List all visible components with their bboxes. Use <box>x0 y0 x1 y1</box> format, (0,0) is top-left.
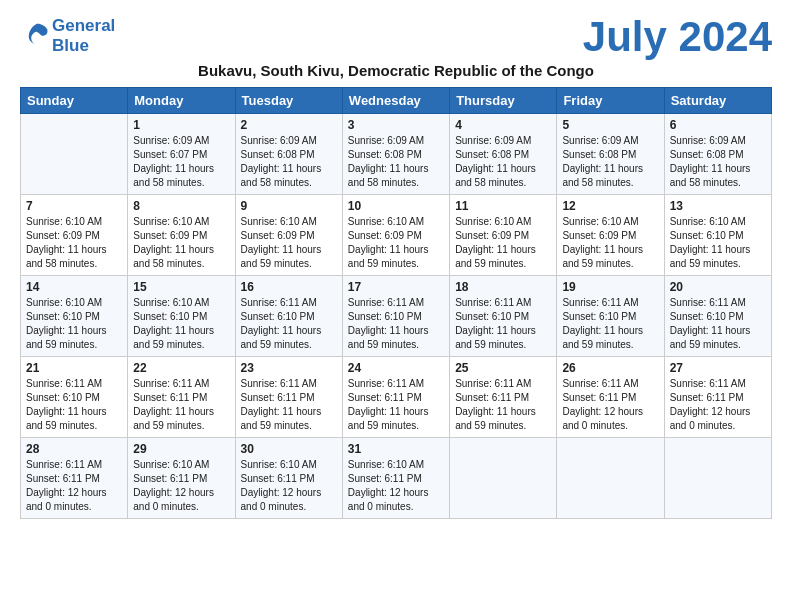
calendar-cell: 29Sunrise: 6:10 AM Sunset: 6:11 PM Dayli… <box>128 438 235 519</box>
day-info: Sunrise: 6:11 AM Sunset: 6:10 PM Dayligh… <box>26 377 122 433</box>
calendar-cell: 15Sunrise: 6:10 AM Sunset: 6:10 PM Dayli… <box>128 276 235 357</box>
day-number: 9 <box>241 199 337 213</box>
day-info: Sunrise: 6:09 AM Sunset: 6:08 PM Dayligh… <box>241 134 337 190</box>
day-info: Sunrise: 6:09 AM Sunset: 6:08 PM Dayligh… <box>670 134 766 190</box>
day-info: Sunrise: 6:10 AM Sunset: 6:09 PM Dayligh… <box>348 215 444 271</box>
calendar-cell: 7Sunrise: 6:10 AM Sunset: 6:09 PM Daylig… <box>21 195 128 276</box>
day-number: 14 <box>26 280 122 294</box>
calendar-cell: 10Sunrise: 6:10 AM Sunset: 6:09 PM Dayli… <box>342 195 449 276</box>
calendar-cell: 18Sunrise: 6:11 AM Sunset: 6:10 PM Dayli… <box>450 276 557 357</box>
logo-bird-icon <box>22 20 50 48</box>
calendar-cell: 22Sunrise: 6:11 AM Sunset: 6:11 PM Dayli… <box>128 357 235 438</box>
day-info: Sunrise: 6:11 AM Sunset: 6:10 PM Dayligh… <box>562 296 658 352</box>
calendar-header-row: SundayMondayTuesdayWednesdayThursdayFrid… <box>21 88 772 114</box>
calendar-week-row: 28Sunrise: 6:11 AM Sunset: 6:11 PM Dayli… <box>21 438 772 519</box>
day-number: 23 <box>241 361 337 375</box>
day-info: Sunrise: 6:10 AM Sunset: 6:09 PM Dayligh… <box>26 215 122 271</box>
calendar-cell <box>21 114 128 195</box>
day-info: Sunrise: 6:10 AM Sunset: 6:10 PM Dayligh… <box>133 296 229 352</box>
calendar-cell: 16Sunrise: 6:11 AM Sunset: 6:10 PM Dayli… <box>235 276 342 357</box>
day-number: 29 <box>133 442 229 456</box>
calendar-cell <box>557 438 664 519</box>
day-info: Sunrise: 6:10 AM Sunset: 6:10 PM Dayligh… <box>26 296 122 352</box>
day-number: 16 <box>241 280 337 294</box>
day-number: 24 <box>348 361 444 375</box>
day-info: Sunrise: 6:11 AM Sunset: 6:10 PM Dayligh… <box>455 296 551 352</box>
calendar-cell: 2Sunrise: 6:09 AM Sunset: 6:08 PM Daylig… <box>235 114 342 195</box>
calendar-cell <box>664 438 771 519</box>
day-info: Sunrise: 6:11 AM Sunset: 6:11 PM Dayligh… <box>26 458 122 514</box>
day-number: 25 <box>455 361 551 375</box>
day-number: 19 <box>562 280 658 294</box>
day-info: Sunrise: 6:10 AM Sunset: 6:09 PM Dayligh… <box>241 215 337 271</box>
column-header-sunday: Sunday <box>21 88 128 114</box>
day-info: Sunrise: 6:10 AM Sunset: 6:10 PM Dayligh… <box>670 215 766 271</box>
day-number: 17 <box>348 280 444 294</box>
day-number: 20 <box>670 280 766 294</box>
day-number: 22 <box>133 361 229 375</box>
calendar-cell: 17Sunrise: 6:11 AM Sunset: 6:10 PM Dayli… <box>342 276 449 357</box>
day-number: 10 <box>348 199 444 213</box>
calendar-week-row: 1Sunrise: 6:09 AM Sunset: 6:07 PM Daylig… <box>21 114 772 195</box>
day-number: 6 <box>670 118 766 132</box>
page-subtitle: Bukavu, South Kivu, Democratic Republic … <box>20 62 772 79</box>
day-info: Sunrise: 6:10 AM Sunset: 6:11 PM Dayligh… <box>133 458 229 514</box>
logo-text: General Blue <box>52 16 115 55</box>
day-info: Sunrise: 6:11 AM Sunset: 6:10 PM Dayligh… <box>670 296 766 352</box>
calendar-cell: 28Sunrise: 6:11 AM Sunset: 6:11 PM Dayli… <box>21 438 128 519</box>
day-info: Sunrise: 6:11 AM Sunset: 6:11 PM Dayligh… <box>133 377 229 433</box>
day-info: Sunrise: 6:11 AM Sunset: 6:10 PM Dayligh… <box>241 296 337 352</box>
page-header: General Blue July 2024 <box>20 16 772 58</box>
day-info: Sunrise: 6:09 AM Sunset: 6:08 PM Dayligh… <box>562 134 658 190</box>
calendar-cell: 26Sunrise: 6:11 AM Sunset: 6:11 PM Dayli… <box>557 357 664 438</box>
day-number: 4 <box>455 118 551 132</box>
day-info: Sunrise: 6:10 AM Sunset: 6:09 PM Dayligh… <box>455 215 551 271</box>
day-info: Sunrise: 6:09 AM Sunset: 6:07 PM Dayligh… <box>133 134 229 190</box>
day-info: Sunrise: 6:11 AM Sunset: 6:11 PM Dayligh… <box>348 377 444 433</box>
calendar-cell: 11Sunrise: 6:10 AM Sunset: 6:09 PM Dayli… <box>450 195 557 276</box>
day-info: Sunrise: 6:10 AM Sunset: 6:09 PM Dayligh… <box>562 215 658 271</box>
day-number: 11 <box>455 199 551 213</box>
calendar-cell: 30Sunrise: 6:10 AM Sunset: 6:11 PM Dayli… <box>235 438 342 519</box>
day-number: 3 <box>348 118 444 132</box>
calendar-cell: 1Sunrise: 6:09 AM Sunset: 6:07 PM Daylig… <box>128 114 235 195</box>
day-number: 7 <box>26 199 122 213</box>
day-info: Sunrise: 6:10 AM Sunset: 6:11 PM Dayligh… <box>348 458 444 514</box>
calendar-cell: 13Sunrise: 6:10 AM Sunset: 6:10 PM Dayli… <box>664 195 771 276</box>
calendar-cell: 6Sunrise: 6:09 AM Sunset: 6:08 PM Daylig… <box>664 114 771 195</box>
day-info: Sunrise: 6:11 AM Sunset: 6:11 PM Dayligh… <box>670 377 766 433</box>
calendar-cell: 19Sunrise: 6:11 AM Sunset: 6:10 PM Dayli… <box>557 276 664 357</box>
day-info: Sunrise: 6:10 AM Sunset: 6:09 PM Dayligh… <box>133 215 229 271</box>
calendar-cell: 24Sunrise: 6:11 AM Sunset: 6:11 PM Dayli… <box>342 357 449 438</box>
calendar-cell: 31Sunrise: 6:10 AM Sunset: 6:11 PM Dayli… <box>342 438 449 519</box>
calendar-table: SundayMondayTuesdayWednesdayThursdayFrid… <box>20 87 772 519</box>
calendar-cell: 23Sunrise: 6:11 AM Sunset: 6:11 PM Dayli… <box>235 357 342 438</box>
day-number: 12 <box>562 199 658 213</box>
calendar-cell <box>450 438 557 519</box>
day-info: Sunrise: 6:10 AM Sunset: 6:11 PM Dayligh… <box>241 458 337 514</box>
day-info: Sunrise: 6:11 AM Sunset: 6:10 PM Dayligh… <box>348 296 444 352</box>
calendar-week-row: 14Sunrise: 6:10 AM Sunset: 6:10 PM Dayli… <box>21 276 772 357</box>
column-header-friday: Friday <box>557 88 664 114</box>
day-number: 18 <box>455 280 551 294</box>
day-number: 27 <box>670 361 766 375</box>
day-info: Sunrise: 6:11 AM Sunset: 6:11 PM Dayligh… <box>562 377 658 433</box>
day-number: 8 <box>133 199 229 213</box>
calendar-cell: 14Sunrise: 6:10 AM Sunset: 6:10 PM Dayli… <box>21 276 128 357</box>
calendar-week-row: 7Sunrise: 6:10 AM Sunset: 6:09 PM Daylig… <box>21 195 772 276</box>
logo: General Blue <box>20 16 115 55</box>
day-number: 28 <box>26 442 122 456</box>
calendar-cell: 9Sunrise: 6:10 AM Sunset: 6:09 PM Daylig… <box>235 195 342 276</box>
calendar-cell: 27Sunrise: 6:11 AM Sunset: 6:11 PM Dayli… <box>664 357 771 438</box>
day-number: 13 <box>670 199 766 213</box>
day-number: 15 <box>133 280 229 294</box>
day-number: 26 <box>562 361 658 375</box>
calendar-cell: 3Sunrise: 6:09 AM Sunset: 6:08 PM Daylig… <box>342 114 449 195</box>
day-info: Sunrise: 6:11 AM Sunset: 6:11 PM Dayligh… <box>241 377 337 433</box>
column-header-wednesday: Wednesday <box>342 88 449 114</box>
day-number: 31 <box>348 442 444 456</box>
calendar-cell: 5Sunrise: 6:09 AM Sunset: 6:08 PM Daylig… <box>557 114 664 195</box>
day-number: 1 <box>133 118 229 132</box>
calendar-cell: 8Sunrise: 6:10 AM Sunset: 6:09 PM Daylig… <box>128 195 235 276</box>
day-info: Sunrise: 6:11 AM Sunset: 6:11 PM Dayligh… <box>455 377 551 433</box>
